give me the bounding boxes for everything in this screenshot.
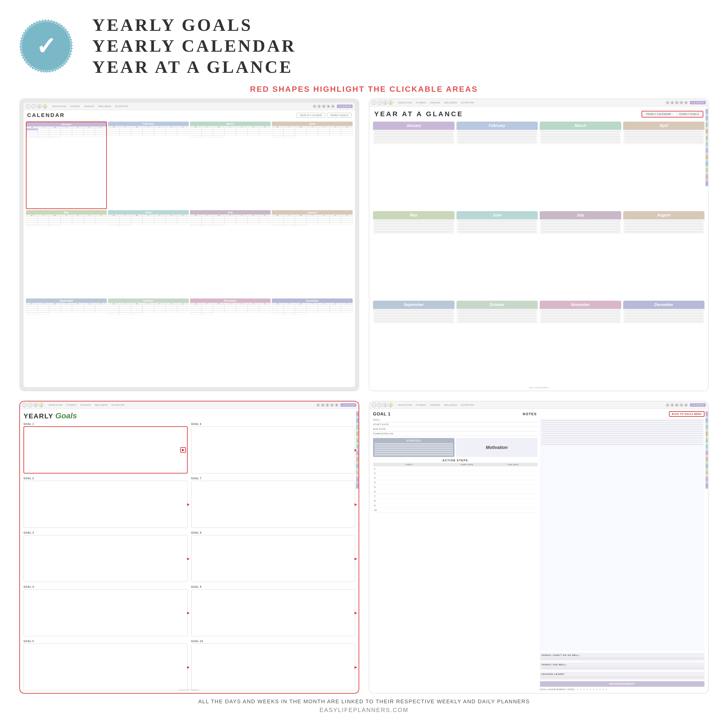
month-may[interactable]: May MTWTFSS [26,210,107,298]
gd-tab-nov[interactable]: NOV [705,476,708,482]
month-february[interactable]: February MTWTFSS [108,122,189,209]
yag-btn[interactable]: YEAR AT A GLANCE [297,113,325,118]
goals-tab-education[interactable]: EDUCATION [47,403,64,407]
yag-tab-jul[interactable]: JUL [705,148,708,153]
goal-1-arrow[interactable]: ▶ [180,447,186,453]
goals-tab-fitness[interactable]: FITNESS [65,403,78,407]
goal-8-arrow[interactable]: ▶ [355,557,357,561]
yag-tab-finance[interactable]: FINANCE [428,101,442,104]
gd-tab-sep[interactable]: SEP [705,463,708,469]
yag-tab-aug[interactable]: AUG [705,154,708,160]
goal-5-box[interactable]: ▶ [23,644,188,691]
goals-tab-nov[interactable]: NOV [356,476,359,482]
yag-month-aug[interactable]: August [623,211,705,299]
goal-9-box[interactable]: ▶ [191,589,355,636]
goals-tab-finance[interactable]: FINANCE [79,403,92,407]
goals-tab-jan[interactable]: JAN [356,411,359,417]
yag-tab-nov[interactable]: NOV [705,173,708,180]
yag-tab-jun[interactable]: JUN [705,141,708,147]
goal-1-box[interactable]: ▶ [23,427,188,473]
yag-month-jun[interactable]: June [456,211,538,299]
yag-tab-may[interactable]: MAY [705,135,708,141]
yag-tab-fitness[interactable]: FITNESS [414,101,428,104]
month-december[interactable]: December MTWTFSS [272,298,353,386]
goals-tab-oct[interactable]: OCT [356,469,359,476]
goal-5-arrow[interactable]: ▶ [187,665,190,669]
yag-bulb-icon[interactable]: 💡 [388,101,393,105]
goals-star-icon[interactable]: ☆ [28,403,32,407]
yag-nav-btns[interactable]: YEARLY CALENDAR YEARLY GOALS [642,111,703,118]
num-3[interactable]: 3 [322,104,326,108]
yag-star-icon[interactable]: ☆ [377,101,382,105]
gd-tab-education[interactable]: EDUCATION [397,403,413,407]
yag-month-dec[interactable]: December [623,301,705,388]
gd-star-icon[interactable]: ☆ [377,403,382,407]
goals-tab-sep[interactable]: SEP [356,463,359,469]
goals-tab-apr[interactable]: APR [356,430,359,437]
month-march[interactable]: March MTWTFSS [190,122,271,209]
gd-tab-dec[interactable]: DEC [705,482,708,489]
goal-3-arrow[interactable]: ▶ [187,557,190,561]
gd-tab-wellness[interactable]: WELLNESS [443,403,459,407]
yearly-goals-btn[interactable]: YEARLY GOALS [327,113,352,118]
gd-tab-active[interactable]: CALENDAR [690,403,706,407]
gd-tab-may[interactable]: MAY [705,437,708,444]
goals-tab-nutrition[interactable]: NUTRITION [110,403,126,407]
goals-tab-jul[interactable]: JUL [356,450,359,456]
month-january[interactable]: January MTWTFSS [26,122,107,209]
yag-month-apr[interactable]: April [623,122,705,209]
home-icon[interactable]: ⌂ [26,104,30,109]
goals-grid-icon[interactable]: ⊞ [34,403,38,407]
gd-bulb-icon[interactable]: 💡 [388,403,393,407]
bulb-icon[interactable]: 💡 [43,104,47,109]
num-4[interactable]: 4 [326,104,330,108]
yag-month-mar[interactable]: March [540,122,621,209]
yag-grid-icon[interactable]: ⊞ [383,101,387,105]
goals-home-icon[interactable]: ⌂ [22,403,27,407]
yag-month-jul[interactable]: July [540,211,621,299]
goal-6-box[interactable]: ▶ [191,427,355,473]
tab-finance[interactable]: FINANCE [83,105,96,108]
gd-tab-jul[interactable]: JUL [705,450,708,456]
gd-tab-jan[interactable]: JAN [705,411,708,417]
goal-4-arrow[interactable]: ▶ [187,611,190,615]
yag-month-jan[interactable]: January [373,122,454,209]
yearly-goals-btn2[interactable]: YEARLY GOALS [676,112,702,116]
yag-tab-apr[interactable]: APR [705,128,708,135]
goal-8-box[interactable]: ▶ [191,535,355,582]
gd-tab-mar[interactable]: MAR [705,424,708,430]
tab-fitness[interactable]: FITNESS [69,105,82,108]
yag-tab-mar[interactable]: MAR [705,121,708,128]
gd-tab-fitness[interactable]: FITNESS [414,403,428,407]
grid-icon[interactable]: ⊞ [37,104,41,109]
goal-4-box[interactable]: ▶ [23,589,188,636]
goal-2-box[interactable]: ▶ [23,481,188,528]
yearly-calendar-btn[interactable]: YEARLY CALENDAR [642,112,674,116]
goal-3-box[interactable]: ▶ [23,535,188,582]
num-5[interactable]: 5 [331,104,335,108]
goals-tab-wellness[interactable]: WELLNESS [93,403,109,407]
yag-home-icon[interactable]: ⌂ [372,101,376,105]
back-to-goals-btn[interactable]: BACK TO GOALS MENU [669,411,705,417]
tab-nutrition[interactable]: NUTRITION [113,105,130,108]
yag-tab-sep[interactable]: SEP [705,161,708,167]
month-august[interactable]: August MTWTFSS [272,210,353,298]
goals-tab-mar[interactable]: MAR [356,424,359,430]
gd-tab-nutrition[interactable]: NUTRITION [459,403,476,407]
tab-calendar-active[interactable]: CALENDAR [337,105,353,108]
gd-tab-oct[interactable]: OCT [705,469,708,476]
goal-2-arrow[interactable]: ▶ [187,502,190,506]
yag-tab-oct[interactable]: OCT [705,167,708,173]
goals-tab-dec[interactable]: DEC [356,482,359,489]
goals-bulb-icon[interactable]: 💡 [39,403,43,407]
goal-9-arrow[interactable]: ▶ [355,611,357,615]
goals-tab-may[interactable]: MAY [356,437,359,444]
gd-tab-jun[interactable]: JUN [705,444,708,450]
goals-tab-aug[interactable]: AUG [356,456,359,462]
yag-month-feb[interactable]: February [456,122,538,209]
yag-tab-wellness[interactable]: WELLNESS [443,101,459,104]
yag-tab-education[interactable]: EDUCATION [397,101,413,104]
month-april[interactable]: April MTWTFSS [272,122,353,209]
gd-tab-finance[interactable]: FINANCE [428,403,442,407]
yag-tab-feb[interactable]: FEB [705,115,708,121]
